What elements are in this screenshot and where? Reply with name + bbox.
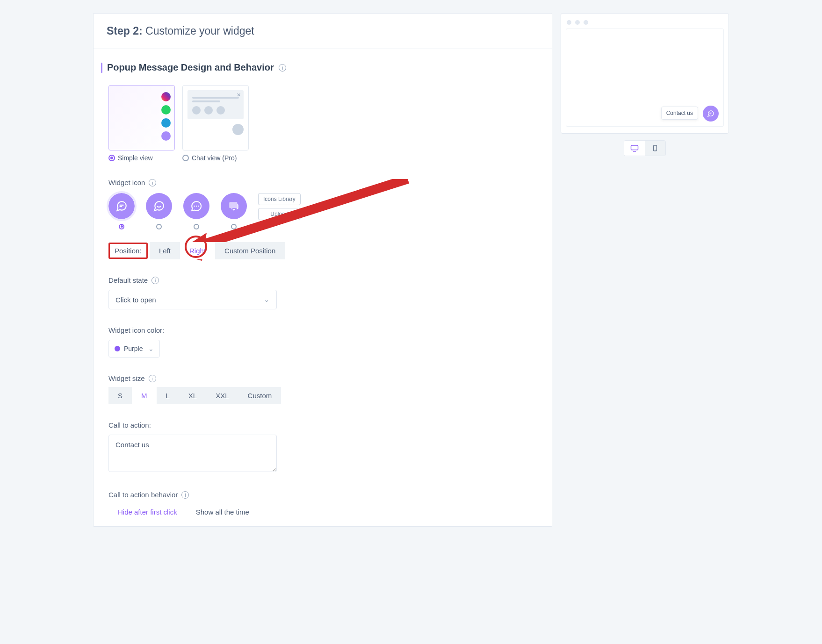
step-title: Customize your widget	[145, 25, 254, 37]
info-icon[interactable]: i	[151, 277, 159, 284]
mobile-icon	[652, 144, 658, 152]
widget-size-label: Widget size	[108, 374, 145, 382]
view-chat[interactable]: ✕ Chat view (Pro)	[182, 85, 249, 162]
svg-point-2	[194, 206, 195, 207]
position-segmented-control: Left Right Custom Position	[150, 242, 285, 259]
chat-smile-icon	[146, 193, 172, 219]
chat-bubble-lines-icon	[108, 193, 135, 219]
default-state-select[interactable]: Click to open ⌄	[108, 290, 277, 309]
color-swatch	[115, 346, 120, 351]
cta-textarea[interactable]	[108, 435, 277, 472]
preview-widget-fab	[703, 106, 719, 122]
device-toggle	[624, 140, 666, 156]
cta-behavior-label: Call to action behavior	[108, 491, 178, 499]
size-s[interactable]: S	[108, 387, 132, 404]
icon-color-label: Widget icon color:	[108, 326, 164, 334]
position-right[interactable]: Right	[180, 242, 215, 259]
icon-option-2[interactable]	[146, 193, 172, 229]
preview-cta-badge: Contact us	[661, 107, 698, 120]
position-label: Position:	[108, 243, 148, 259]
device-desktop[interactable]	[624, 141, 645, 156]
panel-header: Step 2: Customize your widget	[94, 14, 552, 49]
position-left[interactable]: Left	[150, 242, 180, 259]
icon-option-1[interactable]	[108, 193, 135, 229]
view-simple-label: Simple view	[118, 154, 153, 162]
info-icon[interactable]: i	[149, 179, 156, 186]
svg-point-3	[196, 206, 197, 207]
chat-icon	[161, 131, 171, 141]
upload-icon-button[interactable]: Upload	[258, 208, 301, 220]
radio-chat-view[interactable]	[182, 155, 189, 161]
desktop-icon	[630, 144, 639, 152]
whatsapp-icon	[161, 105, 171, 114]
window-traffic-lights	[566, 18, 724, 29]
chevron-down-icon: ⌄	[264, 295, 270, 304]
icon-color-value: Purple	[124, 345, 143, 352]
preview-column: Contact us	[561, 13, 729, 527]
size-xxl[interactable]: XXL	[206, 387, 238, 404]
default-state-value: Click to open	[115, 296, 156, 304]
info-icon[interactable]: i	[279, 64, 286, 72]
info-icon[interactable]: i	[149, 375, 156, 382]
size-custom[interactable]: Custom	[238, 387, 281, 404]
simple-view-preview	[161, 92, 171, 141]
icon-radio-4[interactable]	[231, 224, 237, 229]
size-segmented-control: S M L XL XXL Custom	[108, 387, 537, 404]
device-mobile[interactable]	[645, 141, 665, 156]
cta-label: Call to action:	[108, 421, 151, 429]
chevron-down-icon: ⌄	[148, 345, 154, 352]
step-label: Step 2:	[107, 25, 143, 37]
chat-dots-icon	[183, 193, 209, 219]
icon-color-select[interactable]: Purple ⌄	[108, 340, 160, 358]
icon-radio-1[interactable]	[119, 224, 124, 229]
icon-option-3[interactable]	[183, 193, 209, 229]
icon-radio-2[interactable]	[156, 224, 162, 229]
instagram-icon	[161, 92, 171, 101]
view-chat-label: Chat view (Pro)	[192, 154, 237, 162]
telegram-icon	[161, 118, 171, 128]
svg-rect-9	[631, 145, 638, 150]
view-simple[interactable]: Simple view	[108, 85, 175, 162]
cta-behavior-always[interactable]: Show all the time	[187, 503, 259, 521]
section-accent	[101, 63, 102, 73]
size-l[interactable]: L	[157, 387, 179, 404]
default-state-label: Default state	[108, 276, 148, 284]
preview-stage: Contact us	[566, 29, 724, 127]
widget-icon-label: Widget icon	[108, 179, 145, 186]
cta-behavior-hide[interactable]: Hide after first click	[108, 503, 187, 521]
position-custom[interactable]: Custom Position	[215, 242, 285, 259]
icons-library-button[interactable]: Icons Library	[258, 193, 301, 205]
svg-point-4	[198, 206, 199, 207]
chat-double-icon	[221, 193, 247, 219]
info-icon[interactable]: i	[181, 491, 189, 499]
chat-view-preview: ✕	[183, 86, 248, 140]
radio-simple-view[interactable]	[108, 155, 115, 161]
settings-panel: Step 2: Customize your widget Popup Mess…	[93, 13, 552, 527]
icon-option-4[interactable]	[221, 193, 247, 229]
cta-behavior-segmented-control: Hide after first click Show all the time	[108, 503, 537, 521]
size-xl[interactable]: XL	[179, 387, 206, 404]
size-m[interactable]: M	[132, 387, 157, 404]
icon-radio-3[interactable]	[194, 224, 199, 229]
preview-panel: Contact us	[561, 13, 729, 134]
close-icon: ✕	[237, 92, 241, 98]
section-title: Popup Message Design and Behavior	[107, 62, 274, 73]
